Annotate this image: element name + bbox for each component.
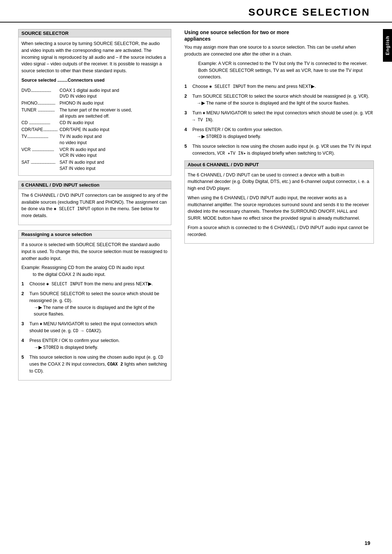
table-row: CD ......................... CD IN audio…: [21, 120, 168, 126]
r-step-3: 3 Turn ♦ MENU NAVIGATOR to select the in…: [184, 110, 374, 123]
source-tuner: TUNER ....................: [21, 107, 60, 119]
reassign-intro: If a source is selected with SOURCE SELE…: [21, 241, 168, 262]
step4-note: →▶ STORED is displayed briefly.: [29, 344, 168, 351]
r-step-num-1: 1: [184, 83, 191, 90]
r-step-content-2: Turn SOURCE SELECTOR to select the sourc…: [192, 93, 374, 107]
step-num-1: 1: [21, 281, 28, 288]
source-vcr: VCR ..........................: [21, 147, 60, 159]
connector-phono: PHONO IN audio input: [60, 100, 168, 106]
step-num-4: 4: [21, 337, 28, 344]
table-row: DVD........................ COAX 1 digit…: [21, 87, 168, 100]
r-step-content-3: Turn ♦ MENU NAVIGATOR to select the inpu…: [192, 110, 374, 123]
reassign-section: Reassigning a source selection If a sour…: [18, 230, 171, 380]
step-1: 1 Choose ✱ SELECT INPUT from the menu an…: [21, 281, 168, 288]
step-3: 3 Turn ♦ MENU NAVIGATOR to select the in…: [21, 321, 168, 334]
r-step-num-5: 5: [184, 143, 191, 150]
step-content-4: Press ENTER / OK to confirm your selecti…: [29, 337, 168, 351]
table-row: TUNER .................... The tuner par…: [21, 107, 168, 119]
page-title: SOURCE SELECTION: [248, 7, 370, 18]
dvd-title: 6 CHANNEL / DVD INPUT selection: [19, 181, 171, 189]
step-content-5: This source selection is now using the c…: [29, 354, 168, 375]
step-num-3: 3: [21, 321, 28, 327]
connector-cd: CD IN audio input: [60, 120, 168, 126]
english-tab: English: [383, 29, 392, 62]
reassign-example: Example: Reassigning CD from the analog …: [21, 264, 168, 278]
table-row: PHONO..................... PHONO IN audi…: [21, 100, 168, 106]
about-6channel-body: The 6 CHANNEL / DVD INPUT can be used to…: [185, 169, 373, 244]
about-6channel-title: About 6 CHANNEL / DVD INPUT: [185, 161, 373, 169]
source-tv: TV.........................: [21, 134, 60, 146]
table-row: VCR .......................... VCR IN au…: [21, 147, 168, 159]
r-step-num-2: 2: [184, 93, 191, 100]
r-step4-note: →▶ STORED is displayed briefly.: [192, 133, 374, 140]
step2-note: →▶ The name of the source is displayed a…: [29, 304, 168, 318]
step1-mono: ✱ SELECT INPUT: [46, 282, 83, 287]
dvd-intro: The 6 CHANNEL / DVD INPUT connectors can…: [21, 192, 168, 219]
table-row: CDR/TAPE................. CDR/TAPE IN au…: [21, 127, 168, 133]
step-num-2: 2: [21, 290, 28, 297]
using-one-source-title: Using one source selection for two or mo…: [184, 29, 374, 42]
page-header: SOURCE SELECTION: [0, 0, 392, 23]
step1-arrow: ▶: [148, 281, 152, 286]
step-num-5: 5: [21, 354, 28, 361]
step-content-2: Turn SOURCE SELECTOR to select the sourc…: [29, 290, 168, 318]
connector-vcr: VCR IN audio input andVCR IN video input: [60, 147, 168, 159]
source-selector-body: When selecting a source by turning SOURC…: [19, 37, 171, 175]
step-5: 5 This source selection is now using the…: [21, 354, 168, 375]
r-step-5: 5 This source selection is now using the…: [184, 143, 374, 157]
about-6channel-box: About 6 CHANNEL / DVD INPUT The 6 CHANNE…: [184, 160, 374, 244]
source-dvd: DVD........................: [21, 87, 60, 100]
connectors-table: DVD........................ COAX 1 digit…: [21, 87, 168, 172]
step-content-1: Choose ✱ SELECT INPUT from the menu and …: [29, 281, 168, 288]
r-step-num-4: 4: [184, 126, 191, 133]
connector-cdrtape: CDR/TAPE IN audio input: [60, 127, 168, 133]
r-step-4: 4 Press ENTER / OK to confirm your selec…: [184, 126, 374, 140]
right-column: Using one source selection for two or mo…: [178, 29, 392, 386]
step-2: 2 Turn SOURCE SELECTOR to select the sou…: [21, 290, 168, 318]
using-one-source-example: Example: A VCR is connected to the TV bu…: [184, 60, 374, 81]
connector-dvd: COAX 1 digital audio input andDVD IN vid…: [60, 87, 168, 100]
r-step-1: 1 Choose ✱ SELECT INPUT from the menu an…: [184, 83, 374, 90]
about-body3: From a source which is connected to the …: [188, 224, 371, 238]
step-4: 4 Press ENTER / OK to confirm your selec…: [21, 337, 168, 351]
about-body1: The 6 CHANNEL / DVD INPUT can be used to…: [188, 172, 371, 192]
source-selector-box: SOURCE SELECTOR When selecting a source …: [18, 29, 171, 176]
source-sat: SAT .............................: [21, 159, 60, 172]
r-step1-mono: ✱ SELECT INPUT: [209, 84, 246, 89]
table-row: TV......................... TV IN audio …: [21, 134, 168, 146]
r-step1-arrow: ▶: [311, 84, 315, 89]
dvd-section: 6 CHANNEL / DVD INPUT selection The 6 CH…: [18, 181, 171, 225]
connectors-label: Source selected ........Connectors used: [21, 77, 168, 84]
dvd-body: The 6 CHANNEL / DVD INPUT connectors can…: [19, 189, 171, 225]
dvd-mono: ✱ SELECT INPUT: [54, 207, 90, 212]
using-one-source-body1: You may assign more than one source to a…: [184, 44, 374, 58]
page-body: SOURCE SELECTOR When selecting a source …: [0, 23, 392, 386]
source-selector-title: SOURCE SELECTOR: [19, 29, 171, 37]
source-cd: CD .........................: [21, 120, 60, 126]
page-number: 19: [364, 540, 370, 546]
connector-sat: SAT IN audio input andSAT IN video input: [60, 159, 168, 172]
reassign-title: Reassigning a source selection: [19, 231, 171, 239]
source-cdrtape: CDR/TAPE.................: [21, 127, 60, 133]
r-step-content-5: This source selection is now using the c…: [192, 143, 374, 157]
about-body2: When using the 6 CHANNEL / DVD INPUT aud…: [188, 195, 371, 222]
table-row: SAT ............................. SAT IN…: [21, 159, 168, 172]
r-step-content-1: Choose ✱ SELECT INPUT from the menu and …: [192, 83, 374, 90]
connector-tv: TV IN audio input andno video input: [60, 134, 168, 146]
connector-tuner: The tuner part of the receiver is used,a…: [60, 107, 168, 119]
left-column: SOURCE SELECTOR When selecting a source …: [0, 29, 178, 386]
r-step-content-4: Press ENTER / OK to confirm your selecti…: [192, 126, 374, 140]
r-step-2: 2 Turn SOURCE SELECTOR to select the sou…: [184, 93, 374, 107]
using-one-source-section: Using one source selection for two or mo…: [184, 29, 374, 157]
source-phono: PHONO.....................: [21, 100, 60, 106]
reassign-body: If a source is selected with SOURCE SELE…: [19, 239, 171, 380]
step-content-3: Turn ♦ MENU NAVIGATOR to select the inpu…: [29, 321, 168, 334]
r-step2-note: →▶ The name of the source is displayed a…: [192, 100, 374, 107]
r-step-num-3: 3: [184, 110, 191, 117]
source-selector-intro: When selecting a source by turning SOURC…: [21, 40, 168, 74]
